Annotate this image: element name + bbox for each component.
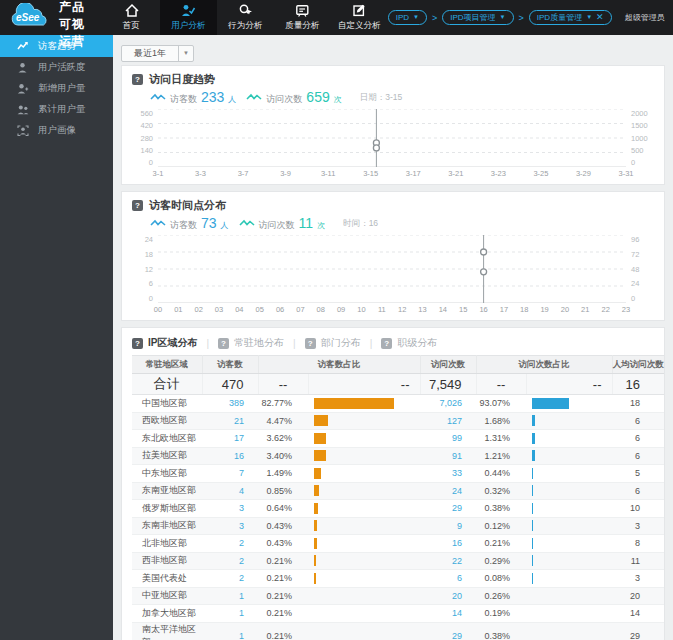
visitors-count[interactable]: 1 — [202, 605, 258, 623]
close-icon[interactable]: ✕ — [596, 11, 604, 24]
x-axis-tick: 17 — [500, 305, 508, 314]
area-chart-canvas[interactable] — [158, 109, 626, 167]
total-label: 合计 — [132, 374, 202, 395]
y-axis-tick: 280 — [132, 134, 153, 143]
y-axis-tick: 24 — [132, 235, 153, 244]
legend-value: 11 — [299, 215, 314, 231]
visitors-count[interactable]: 4 — [202, 482, 258, 500]
visits-count[interactable]: 29 — [420, 500, 476, 518]
visitors-count[interactable]: 1 — [202, 622, 258, 640]
user-icon — [17, 62, 29, 74]
sidebar-item-累计用户量[interactable]: 累计用户量 — [0, 99, 113, 120]
nav-item-行为分析[interactable]: 行为分析 — [217, 0, 274, 35]
percap-count: 6 — [612, 412, 664, 430]
x-axis-tick: 3-7 — [238, 169, 249, 178]
table-row: 中亚地区部10.21%200.26%20 — [132, 587, 664, 605]
panel-hour-distribution: ? 访客时间点分布 访客数 73 人 访问次数 11 次 时间：16 24181… — [121, 191, 665, 321]
help-icon: ? — [218, 338, 229, 349]
sidebar-item-新增用户量[interactable]: 新增用户量 — [0, 78, 113, 99]
visits-count[interactable]: 33 — [420, 465, 476, 483]
visitors-count[interactable]: 389 — [202, 395, 258, 413]
region-table: 常驻地区域 访客数 访客数占比 访问次数 访问次数占比 人均访问次数 合计470… — [132, 355, 664, 640]
breadcrumb-pill-quality[interactable]: IPD质量管理▼✕ — [529, 10, 612, 25]
y-axis-tick: 18 — [132, 250, 153, 259]
trend-icon — [17, 40, 29, 52]
right-axis: 2000150010005000 — [626, 109, 654, 167]
panel-header: ? 访问日度趋势 — [132, 72, 654, 87]
visitors-pct: 0.21% — [258, 605, 308, 623]
visits-count[interactable]: 9 — [420, 517, 476, 535]
tab-常驻地分布[interactable]: ?常驻地分布 — [218, 336, 284, 350]
visitors-count[interactable]: 2 — [202, 552, 258, 570]
visitors-bar — [314, 538, 317, 549]
percap-count: 29 — [612, 622, 664, 640]
visits-pct: 1.31% — [476, 430, 526, 448]
date-range-dropdown[interactable]: 最近1年 ▼ — [121, 45, 194, 62]
visitors-count[interactable]: 3 — [202, 500, 258, 518]
visits-count[interactable]: 24 — [420, 482, 476, 500]
table-row: 拉美地区部163.40%911.21%6 — [132, 447, 664, 465]
visitors-count[interactable]: 3 — [202, 517, 258, 535]
legend-value: 659 — [306, 89, 329, 105]
visits-count[interactable]: 16 — [420, 535, 476, 553]
chart-legend: 访客数 233 人 访问次数 659 次 日期：3-15 — [132, 87, 654, 106]
user-role-label: 超级管理员 — [625, 12, 665, 23]
visits-count[interactable]: 14 — [420, 605, 476, 623]
visits-bar — [532, 520, 533, 531]
visitors-count[interactable]: 2 — [202, 535, 258, 553]
y-axis-tick: 0 — [132, 158, 153, 167]
table-row: 东南亚地区部40.85%240.32%6 — [132, 482, 664, 500]
sidebar-item-用户活跃度[interactable]: 用户活跃度 — [0, 57, 113, 78]
help-icon[interactable]: ? — [132, 200, 143, 211]
tab-label: 常驻地分布 — [234, 336, 284, 350]
table-row: 俄罗斯地区部30.64%290.38%10 — [132, 500, 664, 518]
visits-count[interactable]: 29 — [420, 622, 476, 640]
panel-distribution-table: ?IP区域分布|?常驻地分布|?部门分布|?职级分布 常驻地区域 访客数 访客数… — [121, 327, 665, 640]
visitors-count[interactable]: 1 — [202, 587, 258, 605]
nav-item-label: 用户分析 — [171, 20, 205, 32]
visits-count[interactable]: 127 — [420, 412, 476, 430]
total-percap: 16 — [612, 374, 664, 395]
user-add-icon — [17, 83, 29, 95]
daily-trend-chart[interactable]: 560420280140020001500100050003-13-33-73-… — [132, 109, 654, 180]
nav-item-质量分析[interactable]: 质量分析 — [274, 0, 331, 35]
breadcrumb-pill-project[interactable]: IPD项目管理▼ — [442, 10, 513, 25]
region-name: 东北欧地区部 — [132, 430, 202, 448]
sidebar-item-用户画像[interactable]: 用户画像 — [0, 120, 113, 141]
top-navbar: eSee APS 产品可视运营 首页用户分析行为分析质量分析自定义分析 IPD▼… — [0, 0, 673, 35]
region-name: 西欧地区部 — [132, 412, 202, 430]
visitors-count[interactable]: 7 — [202, 465, 258, 483]
tab-IP区域分布[interactable]: ?IP区域分布 — [132, 336, 197, 350]
visits-count[interactable]: 91 — [420, 447, 476, 465]
x-axis-tick: 3-1 — [153, 169, 164, 178]
nav-item-用户分析[interactable]: 用户分析 — [160, 0, 217, 35]
panel-daily-trend: ? 访问日度趋势 访客数 233 人 访问次数 659 次 日期：3-15 56… — [121, 65, 665, 185]
visits-count[interactable]: 22 — [420, 552, 476, 570]
region-name: 美国代表处 — [132, 570, 202, 588]
nav-item-首页[interactable]: 首页 — [103, 0, 160, 35]
area-chart-canvas[interactable] — [158, 235, 626, 303]
chevron-down-icon[interactable]: ▼ — [178, 46, 193, 61]
sidebar-item-访客趋势[interactable]: 访客趋势 — [0, 35, 113, 57]
visitors-bar — [314, 485, 319, 496]
tab-职级分布[interactable]: ?职级分布 — [381, 336, 437, 350]
visitors-count[interactable]: 2 — [202, 570, 258, 588]
region-name: 东南亚地区部 — [132, 482, 202, 500]
visits-count[interactable]: 6 — [420, 570, 476, 588]
nav-item-自定义分析[interactable]: 自定义分析 — [331, 0, 388, 35]
x-axis-tick: 05 — [256, 305, 264, 314]
visitors-count[interactable]: 16 — [202, 447, 258, 465]
breadcrumb-pill-ipd[interactable]: IPD▼ — [388, 10, 427, 25]
help-icon[interactable]: ? — [132, 74, 143, 85]
visitors-count[interactable]: 17 — [202, 430, 258, 448]
tab-部门分布[interactable]: ?部门分布 — [305, 336, 361, 350]
chevron-down-icon: ▼ — [586, 11, 592, 24]
hour-distribution-chart[interactable]: 2418126096724824000010203040506070809101… — [132, 235, 654, 316]
distribution-tabs: ?IP区域分布|?常驻地分布|?部门分布|?职级分布 — [132, 334, 654, 352]
visits-count[interactable]: 7,026 — [420, 395, 476, 413]
sidebar-item-label: 用户画像 — [38, 124, 76, 137]
visitors-count[interactable]: 21 — [202, 412, 258, 430]
visits-count[interactable]: 99 — [420, 430, 476, 448]
visitors-bar — [314, 520, 317, 531]
visits-count[interactable]: 20 — [420, 587, 476, 605]
